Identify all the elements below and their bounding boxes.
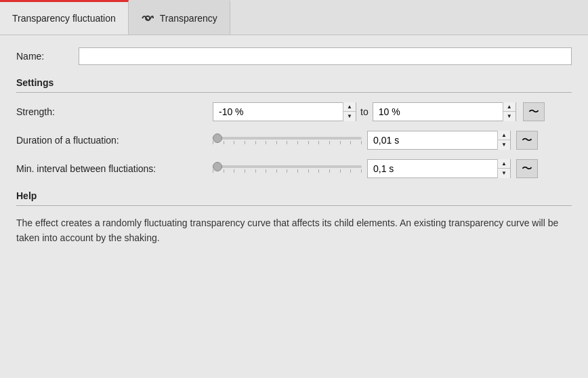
settings-title: Settings <box>16 77 572 88</box>
duration-slider-container <box>213 137 362 144</box>
tick <box>329 169 330 173</box>
strength-from-spinbox-group: ▲ ▼ to ▲ ▼ <box>213 102 516 121</box>
min-interval-value[interactable] <box>368 160 497 177</box>
help-text: The effect creates a randomly fluctuatin… <box>16 215 572 246</box>
tick <box>318 141 319 144</box>
strength-from-spin-down[interactable]: ▼ <box>343 112 356 121</box>
tick <box>287 141 287 144</box>
tick <box>350 169 351 173</box>
strength-to-spin-up[interactable]: ▲ <box>503 102 516 112</box>
min-interval-slider-ticks <box>213 169 362 173</box>
strength-from-value[interactable] <box>213 103 343 121</box>
min-interval-arrows: ▲ ▼ <box>497 159 510 178</box>
tick <box>318 169 319 173</box>
strength-row: Strength: ▲ ▼ to ▲ ▼ 〜 <box>16 102 572 121</box>
tick <box>224 169 224 173</box>
settings-grid: Strength: ▲ ▼ to ▲ ▼ 〜 <box>16 102 572 178</box>
settings-divider <box>16 92 572 93</box>
strength-to-label: to <box>360 106 369 117</box>
min-interval-label: Min. interval between fluctiations: <box>16 163 206 174</box>
tick <box>224 141 224 144</box>
min-interval-slider-container <box>213 165 362 173</box>
help-section: Help The effect creates a randomly fluct… <box>16 190 572 246</box>
duration-wave-button[interactable]: 〜 <box>516 131 538 150</box>
tab-transparency[interactable]: Transparency <box>129 0 230 35</box>
min-interval-spin-down[interactable]: ▼ <box>498 169 510 178</box>
tab-transparency-fluctuation[interactable]: Transparency fluctuation <box>0 0 129 35</box>
tick <box>329 141 330 144</box>
tick <box>297 169 298 173</box>
tick <box>255 141 256 144</box>
tab-transparency-label: Transparency <box>160 13 217 24</box>
tick <box>266 141 266 144</box>
strength-from-spin-up[interactable]: ▲ <box>343 102 356 112</box>
tick <box>308 141 309 144</box>
min-interval-slider-group: ▲ ▼ 〜 <box>213 159 538 178</box>
duration-slider-group: ▲ ▼ 〜 <box>213 131 538 150</box>
duration-arrows: ▲ ▼ <box>497 131 510 150</box>
min-interval-slider-thumb[interactable] <box>213 162 222 171</box>
duration-spin-down[interactable]: ▼ <box>498 140 510 150</box>
duration-spinbox[interactable]: ▲ ▼ <box>367 131 511 150</box>
strength-to-spinbox[interactable]: ▲ ▼ <box>373 102 516 121</box>
tick <box>361 169 362 173</box>
tick <box>245 169 245 173</box>
tick <box>266 169 266 173</box>
name-label: Name: <box>16 51 70 62</box>
name-input[interactable] <box>79 47 572 65</box>
duration-row: Duration of a fluctuation: <box>16 131 572 150</box>
tick <box>245 141 245 144</box>
tick <box>340 141 341 144</box>
min-interval-slider-track <box>213 165 362 168</box>
transparency-tab-icon <box>141 12 154 25</box>
tab-transparency-fluctuation-label: Transparency fluctuation <box>12 13 116 24</box>
tick <box>276 141 277 144</box>
tick <box>297 141 298 144</box>
tick <box>340 169 341 173</box>
tick <box>276 169 277 173</box>
strength-label: Strength: <box>16 106 206 117</box>
min-interval-spinbox[interactable]: ▲ ▼ <box>367 159 511 178</box>
help-title: Help <box>16 190 572 201</box>
tick <box>308 169 309 173</box>
duration-slider-thumb[interactable] <box>213 133 222 143</box>
tick <box>255 169 256 173</box>
min-interval-row: Min. interval between fluctiations: <box>16 159 572 178</box>
strength-to-arrows: ▲ ▼ <box>503 102 516 121</box>
strength-from-spinbox[interactable]: ▲ ▼ <box>213 102 356 121</box>
strength-to-spin-down[interactable]: ▼ <box>503 112 516 121</box>
name-row: Name: <box>16 47 572 65</box>
tick <box>361 141 362 144</box>
duration-slider-ticks <box>213 141 362 144</box>
duration-value[interactable] <box>368 131 497 149</box>
strength-from-arrows: ▲ ▼ <box>343 102 356 121</box>
min-interval-wave-button[interactable]: 〜 <box>516 159 538 178</box>
strength-wave-button[interactable]: 〜 <box>523 102 545 121</box>
min-interval-spin-up[interactable]: ▲ <box>498 159 510 169</box>
duration-spin-up[interactable]: ▲ <box>498 131 510 140</box>
tick <box>234 169 234 173</box>
strength-to-value[interactable] <box>373 103 503 121</box>
help-divider <box>16 205 572 206</box>
duration-label: Duration of a fluctuation: <box>16 135 206 146</box>
tick <box>234 141 234 144</box>
tick <box>287 169 287 173</box>
duration-slider-track <box>213 137 362 140</box>
tick <box>350 141 351 144</box>
